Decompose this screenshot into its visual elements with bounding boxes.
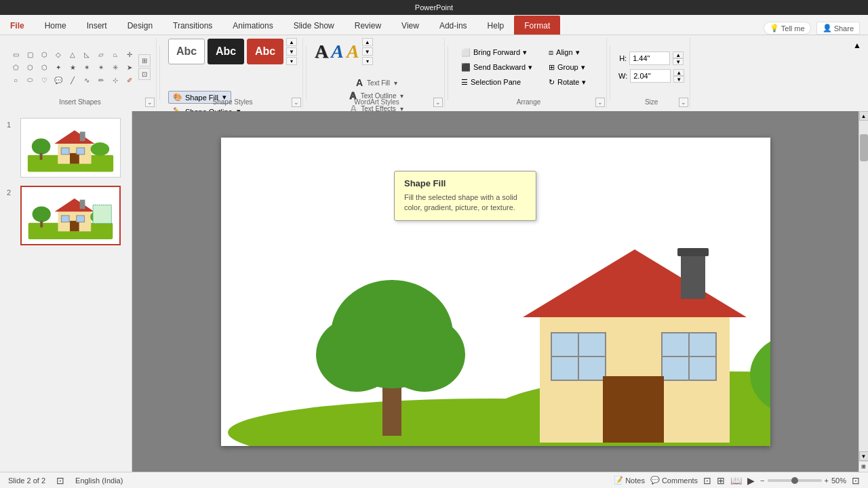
shape-circle[interactable]: ○ — [9, 74, 22, 86]
tab-help[interactable]: Help — [477, 16, 515, 35]
arrange-icon[interactable]: ⊞ — [138, 54, 151, 66]
shape-pentagon[interactable]: ⬠ — [9, 61, 22, 73]
text-fill-dropdown[interactable]: ▾ — [394, 79, 397, 87]
scroll-thumb[interactable] — [860, 134, 868, 161]
shape-edit[interactable]: ✐ — [123, 74, 136, 86]
tab-review[interactable]: Review — [344, 16, 391, 35]
shape-parallelogram[interactable]: ▱ — [95, 48, 107, 60]
tab-transitions[interactable]: Transitions — [163, 16, 222, 35]
view-slideshow-button[interactable]: ▶ — [747, 475, 755, 486]
shape-cross[interactable]: ✛ — [123, 48, 136, 60]
shape-heart[interactable]: ♡ — [38, 74, 50, 86]
zoom-out-button[interactable]: − — [760, 476, 764, 485]
width-spin-down[interactable]: ▼ — [673, 76, 684, 83]
shape-oval[interactable]: ⬭ — [24, 74, 36, 86]
shape-triangle[interactable]: △ — [66, 48, 79, 60]
tab-addins[interactable]: Add-ins — [429, 16, 477, 35]
zoom-in-button[interactable]: + — [825, 476, 829, 485]
arrange-expand[interactable]: ⌄ — [595, 98, 605, 107]
share-button[interactable]: 👤 Share — [816, 22, 860, 35]
shape-arrow[interactable]: ➤ — [123, 61, 136, 73]
shape-styles-expand[interactable]: ⌄ — [292, 98, 301, 107]
canvas-container: Shape Fill Fill the selected shape with … — [132, 111, 868, 472]
slide-thumb-1[interactable]: 1 — [5, 117, 126, 179]
shape-styles-group: Abc Abc Abc ▲ ▼ ▾ 🎨 Shape Fill ▾ ✏️ Shap… — [163, 38, 303, 108]
wordart-sample-gold[interactable]: A — [347, 41, 359, 62]
wordart-scroll-more[interactable]: ▾ — [362, 57, 373, 65]
shape-diamond[interactable]: ◇ — [52, 48, 64, 60]
comments-button[interactable]: 💬 Comments — [650, 476, 698, 485]
scroll-expand-button[interactable]: ⊞ — [859, 461, 869, 472]
width-input[interactable] — [630, 69, 671, 83]
send-backward-button[interactable]: ⬛ Send Backward ▾ — [456, 61, 537, 74]
tab-home[interactable]: Home — [35, 16, 77, 35]
shape-star4[interactable]: ✦ — [52, 61, 64, 73]
shape-star5[interactable]: ★ — [66, 61, 79, 73]
align-dropdown[interactable]: ▾ — [576, 48, 580, 57]
shape-starburst[interactable]: ✳ — [109, 61, 121, 73]
shape-connector[interactable]: ⊹ — [109, 74, 121, 86]
wordart-sample-blue[interactable]: A — [331, 41, 344, 62]
wordart-scroll-down[interactable]: ▼ — [362, 47, 373, 56]
notes-button[interactable]: 📝 Notes — [614, 476, 645, 485]
height-spin-up[interactable]: ▲ — [673, 52, 684, 58]
view-normal-button[interactable]: ⊡ — [703, 475, 711, 486]
align-button[interactable]: ⧈ Align ▾ — [544, 46, 591, 59]
insert-shapes-expand[interactable]: ⌄ — [145, 98, 155, 107]
tab-format[interactable]: Format — [514, 16, 560, 35]
style-scroll-down[interactable]: ▼ — [286, 47, 297, 56]
shape-line[interactable]: ╱ — [66, 74, 79, 86]
size-expand[interactable]: ⌄ — [679, 98, 688, 107]
shape-rect[interactable]: ▭ — [9, 48, 22, 60]
view-slide-sorter-button[interactable]: ⊞ — [717, 475, 725, 486]
scroll-down-button[interactable]: ▼ — [859, 451, 869, 461]
shape-octagon[interactable]: ⬡ — [38, 61, 50, 73]
shape-trapezoid[interactable]: ⏢ — [109, 48, 121, 60]
tab-insert[interactable]: Insert — [77, 16, 117, 35]
tab-slideshow[interactable]: Slide Show — [283, 16, 344, 35]
tell-me-button[interactable]: 💡 Tell me — [764, 22, 811, 35]
shape-callout[interactable]: 💬 — [52, 74, 64, 86]
select-icon[interactable]: ⊡ — [138, 68, 151, 80]
wordart-scroll-up[interactable]: ▲ — [362, 38, 373, 46]
selection-pane-button[interactable]: ☰ Selection Pane — [456, 76, 537, 89]
style-sample-3[interactable]: Abc — [247, 39, 283, 64]
rotate-button[interactable]: ↻ Rotate ▾ — [544, 76, 591, 89]
tab-animations[interactable]: Animations — [222, 16, 283, 35]
style-sample-2[interactable]: Abc — [208, 39, 244, 64]
tab-design[interactable]: Design — [117, 16, 163, 35]
send-backward-dropdown[interactable]: ▾ — [528, 63, 532, 72]
style-scroll-up[interactable]: ▲ — [286, 38, 297, 46]
group-button[interactable]: ⊞ Group ▾ — [544, 61, 591, 74]
zoom-slider[interactable] — [768, 479, 822, 482]
shape-hexagon[interactable]: ⬡ — [24, 61, 36, 73]
shape-snip[interactable]: ⬡ — [38, 48, 50, 60]
rotate-dropdown[interactable]: ▾ — [582, 78, 586, 87]
shape-freeform[interactable]: ✏ — [95, 74, 107, 86]
shape-curve[interactable]: ∿ — [81, 74, 93, 86]
group-dropdown[interactable]: ▾ — [581, 63, 585, 72]
style-sample-1[interactable]: Abc — [168, 39, 205, 64]
slide-thumb-2[interactable]: 2 — [5, 184, 126, 247]
slide-img-2[interactable] — [20, 186, 121, 245]
fit-to-window-button[interactable]: ⊡ — [852, 475, 860, 486]
scroll-up-button[interactable]: ▲ — [859, 111, 869, 121]
shape-star8[interactable]: ✴ — [95, 61, 107, 73]
wordart-styles-expand[interactable]: ⌄ — [433, 98, 443, 107]
bring-forward-button[interactable]: ⬜ Bring Forward ▾ — [456, 46, 537, 59]
tab-file[interactable]: File — [0, 16, 35, 35]
tab-view[interactable]: View — [391, 16, 429, 35]
collapse-ribbon-button[interactable]: ▲ — [850, 38, 864, 53]
slide-preview-1 — [21, 118, 120, 178]
shape-roundrect[interactable]: ▢ — [24, 48, 36, 60]
shape-rtriangle[interactable]: ◺ — [81, 48, 93, 60]
view-reading-button[interactable]: 📖 — [730, 475, 742, 486]
height-input[interactable] — [629, 52, 670, 65]
shape-star6[interactable]: ✶ — [81, 61, 93, 73]
slide-img-1[interactable] — [20, 118, 121, 178]
wordart-sample-black[interactable]: A — [315, 41, 328, 62]
style-scroll-more[interactable]: ▾ — [286, 57, 297, 65]
bring-forward-dropdown[interactable]: ▾ — [523, 48, 527, 57]
width-spin-up[interactable]: ▲ — [673, 69, 684, 76]
height-spin-down[interactable]: ▼ — [673, 58, 684, 65]
